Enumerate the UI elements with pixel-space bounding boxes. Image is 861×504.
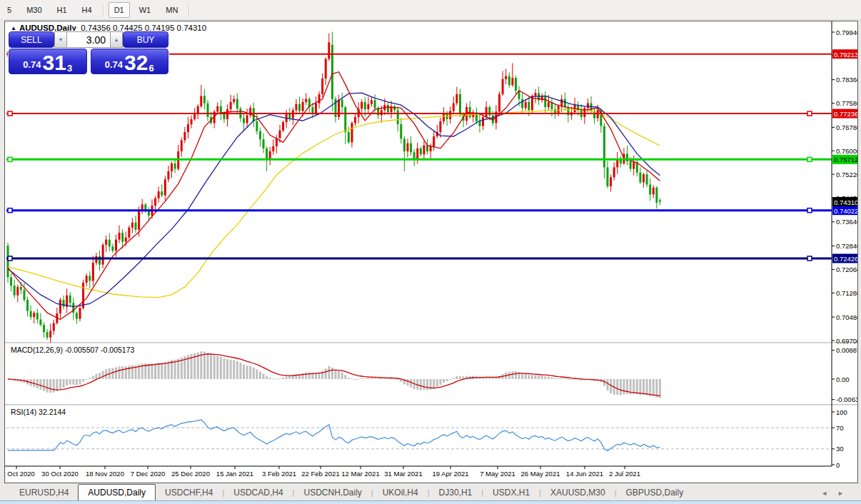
chart-tab-usdcnh-daily[interactable]: USDCNH,Daily [294,485,371,500]
timeframe-toolbar: 5M30H1H4D1W1MN [0,0,861,20]
svg-text:12 Oct 2020: 12 Oct 2020 [5,470,35,478]
sell-price-prefix: 0.74 [23,59,41,70]
svg-text:-0.00632: -0.00632 [836,395,857,403]
svg-text:26 May 2021: 26 May 2021 [521,470,560,478]
svg-text:15 Jan 2021: 15 Jan 2021 [216,470,253,478]
svg-text:0.008871: 0.008871 [836,346,857,354]
svg-text:14 Jun 2021: 14 Jun 2021 [566,470,603,478]
svg-text:0.71280: 0.71280 [836,289,857,297]
svg-text:0.79940: 0.79940 [836,29,857,36]
sell-button[interactable]: SELL [9,31,54,48]
rsi-value: 32.2144 [39,408,66,416]
chart-tab-usdchf-h4[interactable]: USDCHF,H4 [156,485,222,500]
svg-text:0.76000: 0.76000 [836,147,857,155]
chart-window: 0.799400.791600.783600.775800.767800.760… [4,21,858,483]
tab-scroll-arrows[interactable]: ◄► [821,490,854,497]
svg-text:0.77236: 0.77236 [834,110,857,118]
buy-price-sup: 6 [148,63,153,74]
svg-text:0.75712: 0.75712 [834,156,857,163]
svg-text:100: 100 [836,408,847,416]
macd-values: -0.005507 -0.005173 [65,346,135,354]
svg-text:0.78360: 0.78360 [836,76,857,84]
toolbar-separator [103,4,104,16]
chart-tab-gbpusd-daily[interactable]: GBPUSD,Daily [617,485,693,500]
svg-text:0.70480: 0.70480 [836,313,857,321]
volume-input[interactable]: 3.00 [67,31,110,48]
svg-text:0.77580: 0.77580 [836,99,857,107]
svg-text:70: 70 [836,424,844,432]
svg-text:30: 30 [836,445,844,453]
chart-tab-audusd-daily[interactable]: AUDUSD,Daily [78,484,156,500]
svg-text:0.73640: 0.73640 [836,218,857,226]
buy-price-prefix: 0.74 [105,59,123,70]
svg-text:22 Feb 2021: 22 Feb 2021 [301,470,339,478]
svg-text:0.72840: 0.72840 [836,242,857,250]
svg-text:3 Feb 2021: 3 Feb 2021 [262,470,296,478]
timeframe-button-m30[interactable]: M30 [21,2,47,18]
chart-tab-bar: EURUSD,H4AUDUSD,DailyUSDCHF,H4|USDCAD,H4… [0,484,861,500]
chart-tab-usdx-h1[interactable]: USDX,H1 [483,485,539,500]
buy-price-big: 32 [124,53,148,72]
chart-tab-dj30-h1[interactable]: DJ30,H1 [430,485,482,500]
rsi-name: RSI(14) [11,408,36,416]
svg-text:0.00: 0.00 [836,376,850,383]
svg-text:25 Dec 2020: 25 Dec 2020 [171,470,210,478]
volume-decrease-button[interactable]: ▾ [54,31,67,48]
svg-text:18 Nov 2020: 18 Nov 2020 [86,470,124,478]
timeframe-button-5[interactable]: 5 [1,2,17,18]
svg-text:19 Apr 2021: 19 Apr 2021 [432,470,468,478]
chart-background [5,21,857,483]
timeframe-button-h4[interactable]: H4 [76,2,98,18]
svg-text:0: 0 [836,461,840,469]
svg-text:0.69700: 0.69700 [836,337,857,345]
svg-text:0.75220: 0.75220 [836,171,857,178]
svg-text:0.79213: 0.79213 [834,51,857,59]
trading-platform: { "toolbar": { "timeframes": [ {"label":… [0,0,861,504]
macd-name: MACD(12,26,9) [11,346,63,354]
toolbar-separator [188,4,190,16]
svg-text:0.72060: 0.72060 [836,266,857,273]
buy-button[interactable]: BUY [123,31,168,48]
ohlc-close: 0.74310 [177,24,207,32]
svg-text:0.76780: 0.76780 [836,124,857,131]
svg-text:31 Mar 2021: 31 Mar 2021 [384,470,422,478]
spin-down-icon: ▾ [59,36,62,43]
timeframe-button-mn[interactable]: MN [160,2,183,18]
status-strip [0,500,861,504]
timeframe-button-d1[interactable]: D1 [109,2,130,18]
svg-text:30 Oct 2020: 30 Oct 2020 [41,470,79,478]
svg-text:0.74310: 0.74310 [834,198,857,206]
svg-text:12 Mar 2021: 12 Mar 2021 [341,470,379,478]
sell-price-big: 31 [43,53,66,72]
timeframe-button-w1[interactable]: W1 [134,2,157,18]
timeframe-button-h1[interactable]: H1 [51,2,73,18]
chart-tab-usdcad-h4[interactable]: USDCAD,H4 [224,485,292,500]
svg-text:7 May 2021: 7 May 2021 [480,470,515,478]
one-click-trade-widget: SELL ▾ 3.00 ▴ BUY 0.74 31 3 0.74 32 [8,31,169,75]
chart-tab-eurusd-h4[interactable]: EURUSD,H4 [10,485,78,500]
sell-price-sup: 3 [67,63,72,74]
svg-text:2 Jul 2021: 2 Jul 2021 [609,470,640,478]
chart-tab-ukoil-h4[interactable]: UKOil,H4 [373,485,428,500]
svg-text:0.74022: 0.74022 [834,207,857,215]
rsi-indicator-label: RSI(14) 32.2144 [11,408,66,416]
svg-text:7 Dec 2020: 7 Dec 2020 [131,470,166,478]
spin-up-icon: ▴ [115,36,118,43]
buy-price-panel[interactable]: 0.74 32 6 [91,49,169,74]
chart-tab-xauusd-m30[interactable]: XAUUSD,M30 [541,485,615,500]
volume-increase-button[interactable]: ▴ [110,31,123,48]
sell-price-panel[interactable]: 0.74 31 3 [9,49,87,74]
svg-text:0.72426: 0.72426 [834,255,857,263]
macd-indicator-label: MACD(12,26,9) -0.005507 -0.005173 [11,346,134,354]
chart-area: 0.799400.791600.783600.775800.767800.760… [5,21,857,483]
chart-canvas[interactable]: 0.799400.791600.783600.775800.767800.760… [5,21,857,483]
